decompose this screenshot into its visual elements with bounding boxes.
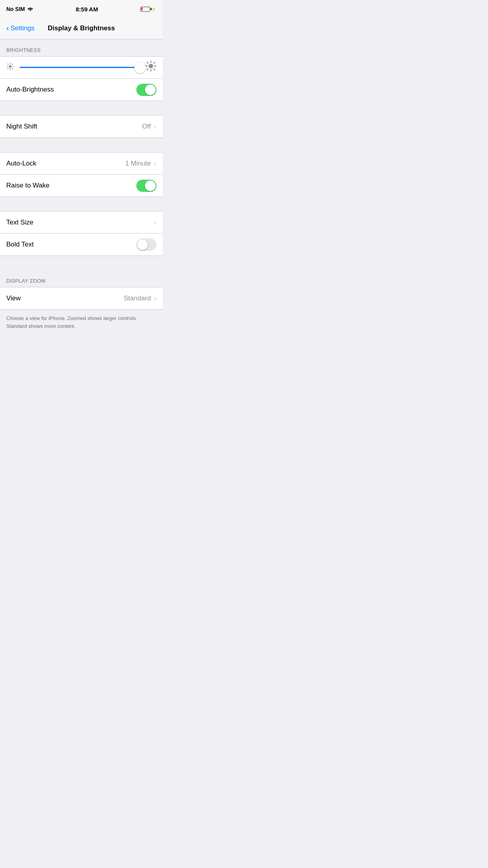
svg-line-17 [147,69,148,70]
text-size-chevron-icon: › [154,218,156,226]
nav-bar: ‹ Settings Display & Brightness [0,17,163,39]
view-value: Standard [124,294,151,302]
separator-2 [0,138,163,152]
lightning-icon: ⚡ [151,7,156,12]
raise-to-wake-knob [145,180,156,191]
svg-point-0 [9,65,12,68]
status-left: No SIM [6,6,33,12]
raise-to-wake-row[interactable]: Raise to Wake [0,175,163,197]
status-bar: No SIM 8:59 AM ⚡ [0,0,163,17]
back-label[interactable]: Settings [11,24,35,32]
auto-lock-chevron-icon: › [154,159,156,167]
wifi-icon [27,6,33,12]
back-chevron-icon: ‹ [6,24,9,32]
carrier-text: No SIM [6,6,25,12]
night-shift-right: Off › [142,123,156,131]
brightness-slider-thumb[interactable] [134,62,145,73]
battery-container: ⚡ [140,7,156,12]
separator-4 [0,256,163,270]
night-shift-chevron-icon: › [154,123,156,131]
bold-text-row[interactable]: Bold Text [0,234,163,256]
view-chevron-icon: › [154,294,156,303]
sun-small-icon [6,63,14,72]
battery-fill [141,7,143,11]
raise-to-wake-label: Raise to Wake [6,182,50,189]
text-size-label: Text Size [6,219,33,226]
text-size-row[interactable]: Text Size › [0,211,163,234]
night-shift-group: Night Shift Off › [0,115,163,138]
night-shift-label: Night Shift [6,123,37,131]
svg-line-16 [154,62,154,63]
svg-point-9 [149,64,153,68]
raise-to-wake-toggle[interactable] [136,180,156,192]
separator-1 [0,101,163,115]
brightness-slider-row[interactable] [0,57,163,79]
lock-wake-group: Auto-Lock 1 Minute › Raise to Wake [0,152,163,197]
sun-large-icon [145,61,156,74]
battery-icon [140,7,150,12]
bold-text-knob [137,239,148,250]
auto-lock-right: 1 Minute › [125,159,156,167]
display-zoom-footer: Choose a view for iPhone. Zoomed shows l… [0,310,163,338]
text-size-right: › [154,218,156,226]
auto-brightness-toggle[interactable] [136,84,156,96]
page-title: Display & Brightness [48,24,115,32]
auto-lock-label: Auto-Lock [6,160,37,167]
separator-3 [0,197,163,211]
auto-brightness-row[interactable]: Auto-Brightness [0,79,163,101]
toggle-knob [145,85,156,95]
view-right: Standard › [124,294,156,303]
bold-text-label: Bold Text [6,241,34,248]
night-shift-value: Off [142,123,151,131]
view-label: View [6,294,21,302]
svg-line-7 [12,64,13,65]
svg-line-15 [154,69,154,70]
status-time: 8:59 AM [76,6,98,13]
display-zoom-group: View Standard › [0,287,163,310]
svg-line-5 [8,64,9,65]
auto-lock-row[interactable]: Auto-Lock 1 Minute › [0,153,163,175]
view-row[interactable]: View Standard › [0,287,163,309]
bold-text-toggle[interactable] [136,239,156,251]
brightness-slider-track[interactable] [20,67,140,68]
status-right: ⚡ [140,7,156,12]
text-group: Text Size › Bold Text [0,211,163,256]
night-shift-row[interactable]: Night Shift Off › [0,116,163,138]
brightness-group: Auto-Brightness [0,56,163,101]
svg-line-8 [8,68,9,69]
back-button[interactable]: ‹ Settings [6,24,35,32]
brightness-section-header: BRIGHTNESS [0,39,163,56]
auto-brightness-label: Auto-Brightness [6,86,54,94]
display-zoom-section-header: DISPLAY ZOOM [0,270,163,287]
svg-line-6 [12,68,13,69]
svg-line-14 [147,62,148,63]
auto-lock-value: 1 Minute [125,160,151,167]
